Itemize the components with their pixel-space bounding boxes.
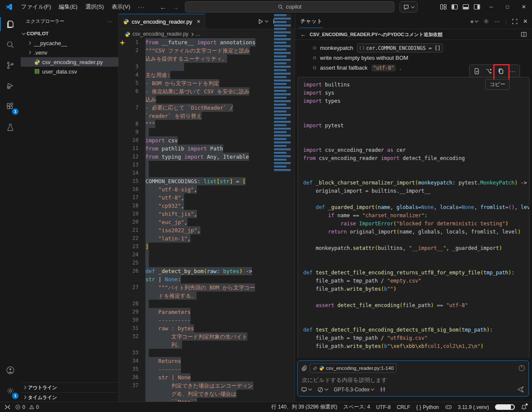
minimize-button[interactable]: ─ (483, 0, 499, 14)
copy-button[interactable] (495, 66, 506, 76)
settings-button[interactable]: 1 (0, 381, 21, 401)
copy-tooltip: コピー (485, 79, 510, 90)
code-line: 9 (125, 128, 274, 136)
notification-dot (526, 403, 528, 406)
code-line: 35 ------- (125, 365, 274, 373)
pin-icon (313, 366, 317, 371)
new-chat-button[interactable]: + (470, 18, 478, 25)
list-item: monkeypatch cer.COMMON_ENCODINGS = [] (313, 43, 532, 53)
copilot-status-icon[interactable] (445, 404, 452, 410)
file-item-__pycache__[interactable]: __pycache__ (21, 38, 118, 48)
chat-code-line (303, 163, 529, 171)
close-window-button[interactable]: ✕ (516, 0, 532, 14)
chat-code-line: file_path.write_bytes(b"") (303, 285, 529, 293)
explorer-sidebar: エクスプローラー ··· COPILOT __pycache__.venvcsv… (21, 14, 119, 402)
toggle-secondary-sidebar-icon[interactable] (474, 3, 480, 10)
sidebar-item-testing[interactable] (0, 117, 21, 138)
chat-code-line: if name == "charset_normalizer": (303, 212, 529, 220)
slash-circle-icon (317, 387, 323, 393)
menu-more-button[interactable]: ··· (134, 4, 149, 10)
symbol-icon (360, 46, 364, 50)
sidebar-item-explorer[interactable] (0, 14, 21, 34)
chat-settings-gear-icon[interactable] (483, 18, 489, 25)
chat-more-button[interactable]: ··· (495, 18, 500, 25)
indentation[interactable]: スペース: 4 (343, 403, 370, 411)
chat-code-line: return original_import(name, globals, lo… (303, 228, 529, 236)
toggle-panel-icon[interactable] (462, 3, 469, 10)
remote-indicator-icon[interactable] (4, 404, 11, 410)
notifications-button[interactable] (521, 404, 527, 410)
context-pill[interactable]: csv_encoding_reader.py:1-140 (310, 363, 397, 373)
context-mode-dropdown[interactable] (317, 387, 328, 393)
menu-選択[interactable]: 選択(S) (81, 2, 108, 12)
copilot-chat-panel: チャット + ··· | ✕ ← CSV_ENCODING_READER.PYへ… (295, 14, 532, 402)
customize-layout-icon[interactable] (440, 3, 447, 10)
nav-forward-icon[interactable]: → (172, 3, 179, 11)
insert-at-cursor-button[interactable] (483, 66, 494, 76)
open-in-editor-icon[interactable] (521, 31, 527, 37)
inline-code: "utf-8" (372, 65, 396, 71)
cursor-position[interactable]: 行 140、列 39 (3296 個選択) (271, 403, 337, 411)
close-panel-icon[interactable]: ✕ (523, 18, 528, 25)
section-アウトライン[interactable]: アウトライン (21, 382, 118, 392)
sidebar-item-source-control[interactable] (0, 55, 21, 76)
sidebar-item-run-debug[interactable] (0, 76, 21, 96)
beaker-icon (6, 123, 15, 132)
python-interpreter[interactable]: 3.11.9 (.venv) (458, 404, 489, 410)
python-file-icon (319, 366, 324, 371)
symbol-reference-pill[interactable]: cer.COMMON_ENCODINGS = [] (357, 43, 443, 52)
eol[interactable]: CRLF (397, 404, 410, 410)
section-タイムライン[interactable]: タイムライン (21, 392, 118, 402)
code-line: 22 "latin-1", (125, 234, 274, 243)
search-icon (278, 4, 283, 10)
file-item-csv_encoding_reader.py[interactable]: csv_encoding_reader.py (21, 57, 118, 67)
chevron-right-icon (190, 32, 194, 36)
copilot-menu-button[interactable] (400, 1, 418, 12)
file-item-.venv[interactable]: .venv (21, 48, 118, 57)
attach-context-icon[interactable] (301, 365, 307, 371)
code-line: 込みを提供するユーティリティ。 (125, 55, 274, 63)
sidebar-item-extensions[interactable]: 1 (0, 96, 21, 117)
nav-back-icon[interactable]: ← (160, 3, 166, 11)
chat-code-line (303, 105, 529, 114)
chat-input-box[interactable]: csv_encoding_reader.py:1-140 次にビルドする内容を説… (297, 360, 529, 397)
apply-in-editor-button[interactable] (471, 66, 482, 76)
model-dropdown[interactable]: GPT-5.3-Codex (334, 387, 374, 393)
menu-編集[interactable]: 編集(E) (55, 2, 81, 12)
chat-input-placeholder[interactable]: 次にビルドする内容を説明します (302, 376, 525, 384)
chat-mode-dropdown[interactable] (301, 387, 311, 393)
close-tab-icon[interactable]: ✕ (197, 19, 200, 25)
tools-icon[interactable] (380, 386, 386, 393)
menu-ファイル[interactable]: ファイル(F) (17, 2, 55, 12)
encoding[interactable]: UTF-8 (376, 404, 391, 410)
file-item-user_data.csv[interactable]: user_data.csv (21, 67, 118, 76)
chat-code-line (303, 195, 529, 203)
tab-csv-encoding-reader[interactable]: csv_encoding_reader.py ✕ (119, 14, 205, 29)
tree-root-folder[interactable]: COPILOT (21, 29, 118, 38)
run-python-file-button[interactable] (258, 18, 268, 25)
language-mode[interactable]: { } Python (416, 404, 439, 410)
breadcrumb[interactable]: csv_encoding_reader.py … (119, 29, 295, 39)
chat-code-line: from csv_encoding_reader import detect_f… (303, 154, 529, 163)
code-line: 列。 (125, 341, 274, 349)
menu-表示[interactable]: 表示(V) (108, 2, 134, 12)
tab-chat[interactable]: チャット (299, 15, 323, 28)
menu-bar: ファイル(F)編集(E)選択(S)表示(V) (17, 2, 134, 12)
back-icon[interactable]: ← (300, 31, 306, 38)
toggle-primary-sidebar-icon[interactable] (451, 3, 458, 10)
sidebar-item-search[interactable] (0, 34, 21, 55)
problems-indicator[interactable]: 0 0 (15, 404, 39, 410)
chat-code-block[interactable]: import builtinsimport sysimport typesimp… (298, 77, 529, 358)
code-line: 33 (125, 349, 274, 357)
copilot-sparkle-icon[interactable] (120, 40, 125, 46)
command-center-search[interactable]: copilot (185, 1, 394, 12)
code-editor[interactable]: 1from __future__ import annotations2"""C… (119, 38, 274, 402)
maximize-button[interactable]: □ (499, 0, 516, 14)
account-button[interactable] (0, 360, 21, 381)
send-icon[interactable] (517, 386, 524, 393)
pill-label: cer.COMMON_ENCODINGS = [] (366, 45, 440, 51)
explorer-more-button[interactable]: ··· (107, 19, 113, 24)
minimap[interactable] (274, 14, 292, 402)
maximize-panel-icon[interactable] (512, 18, 518, 25)
chat-code-line (303, 318, 529, 326)
